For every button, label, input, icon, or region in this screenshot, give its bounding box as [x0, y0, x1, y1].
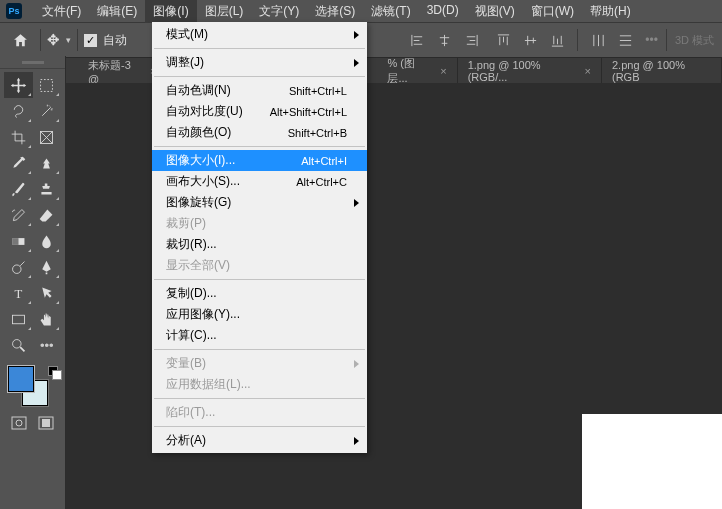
app-logo: Ps: [6, 3, 22, 19]
align-bottom-button[interactable]: [545, 29, 569, 51]
clone-stamp-tool[interactable]: [33, 176, 62, 202]
align-group-1: [405, 29, 483, 51]
close-icon[interactable]: ×: [440, 65, 446, 77]
menu-bar: Ps 文件(F)编辑(E)图像(I)图层(L)文字(Y)选择(S)滤镜(T)3D…: [0, 0, 722, 22]
gradient-tool[interactable]: [4, 228, 33, 254]
svg-point-9: [16, 420, 22, 426]
image-menu-dropdown: 模式(M)调整(J)自动色调(N)Shift+Ctrl+L自动对比度(U)Alt…: [152, 22, 367, 453]
menu-1[interactable]: 编辑(E): [89, 0, 145, 23]
align-top-button[interactable]: [491, 29, 515, 51]
menu-item: 显示全部(V): [152, 255, 367, 276]
menu-item[interactable]: 调整(J): [152, 52, 367, 73]
menu-item[interactable]: 裁切(R)...: [152, 234, 367, 255]
screen-mode-button[interactable]: [36, 414, 56, 432]
blur-tool[interactable]: [33, 228, 62, 254]
default-colors-icon[interactable]: [48, 366, 62, 380]
history-brush-tool[interactable]: [4, 202, 33, 228]
hand-tool[interactable]: [33, 306, 62, 332]
menu-item[interactable]: 图像旋转(G): [152, 192, 367, 213]
toolbox: T •••: [0, 56, 66, 509]
svg-text:T: T: [14, 286, 22, 300]
quick-mask-button[interactable]: [9, 414, 29, 432]
svg-rect-0: [41, 79, 53, 91]
marquee-tool[interactable]: [33, 72, 62, 98]
menu-2[interactable]: 图像(I): [145, 0, 196, 23]
menu-9[interactable]: 窗口(W): [523, 0, 582, 23]
tab-3[interactable]: 2.png @ 100%(RGB: [602, 58, 722, 84]
menu-5[interactable]: 选择(S): [307, 0, 363, 23]
edit-toolbar-button[interactable]: •••: [33, 332, 62, 358]
rectangle-tool[interactable]: [4, 306, 33, 332]
menu-item[interactable]: 分析(A): [152, 430, 367, 451]
healing-tool[interactable]: [33, 150, 62, 176]
eraser-tool[interactable]: [33, 202, 62, 228]
menu-item[interactable]: 复制(D)...: [152, 283, 367, 304]
menu-4[interactable]: 文字(Y): [251, 0, 307, 23]
menu-item[interactable]: 计算(C)...: [152, 325, 367, 346]
menu-item[interactable]: 自动对比度(U)Alt+Shift+Ctrl+L: [152, 101, 367, 122]
zoom-tool[interactable]: [4, 332, 33, 358]
svg-point-4: [12, 264, 20, 273]
menu-0[interactable]: 文件(F): [34, 0, 89, 23]
distribute-v-button[interactable]: [613, 29, 637, 51]
distribute-group: [586, 29, 637, 51]
menu-item: 裁剪(P): [152, 213, 367, 234]
move-tool[interactable]: [4, 72, 33, 98]
align-right-button[interactable]: [459, 29, 483, 51]
svg-point-7: [12, 339, 20, 348]
path-selection-tool[interactable]: [33, 280, 62, 306]
frame-tool[interactable]: [33, 124, 62, 150]
svg-rect-11: [42, 419, 50, 427]
auto-select-checkbox[interactable]: ✓: [84, 34, 97, 47]
document-canvas[interactable]: [582, 414, 722, 509]
menu-item[interactable]: 自动色调(N)Shift+Ctrl+L: [152, 80, 367, 101]
mode-3d-label: 3D 模式: [675, 33, 714, 48]
distribute-h-button[interactable]: [586, 29, 610, 51]
tab-1[interactable]: % (图层...×: [377, 58, 457, 84]
magic-wand-tool[interactable]: [33, 98, 62, 124]
eyedropper-tool[interactable]: [4, 150, 33, 176]
menu-10[interactable]: 帮助(H): [582, 0, 639, 23]
align-group-2: [491, 29, 569, 51]
align-middle-button[interactable]: [518, 29, 542, 51]
svg-rect-3: [12, 238, 18, 245]
menu-8[interactable]: 视图(V): [467, 0, 523, 23]
brush-tool[interactable]: [4, 176, 33, 202]
menu-item[interactable]: 自动颜色(O)Shift+Ctrl+B: [152, 122, 367, 143]
svg-rect-6: [12, 315, 24, 324]
tab-2[interactable]: 1.png @ 100%(RGB/...×: [458, 58, 602, 84]
menu-3[interactable]: 图层(L): [197, 0, 252, 23]
align-left-button[interactable]: [405, 29, 429, 51]
type-tool[interactable]: T: [4, 280, 33, 306]
menu-item: 应用数据组(L)...: [152, 374, 367, 395]
menu-item[interactable]: 应用图像(Y)...: [152, 304, 367, 325]
foreground-color[interactable]: [8, 366, 34, 392]
menu-item[interactable]: 画布大小(S)...Alt+Ctrl+C: [152, 171, 367, 192]
pen-tool[interactable]: [33, 254, 62, 280]
svg-rect-8: [12, 417, 26, 429]
menu-item: 变量(B): [152, 353, 367, 374]
menu-item[interactable]: 图像大小(I)...Alt+Ctrl+I: [152, 150, 367, 171]
home-button[interactable]: [6, 28, 34, 52]
more-options-button[interactable]: •••: [645, 33, 658, 47]
menu-item: 陷印(T)...: [152, 402, 367, 423]
move-tool-icon[interactable]: ✥: [47, 31, 60, 49]
menu-item[interactable]: 模式(M): [152, 24, 367, 45]
menu-7[interactable]: 3D(D): [419, 0, 467, 23]
chevron-down-icon[interactable]: ▾: [66, 35, 71, 45]
menu-6[interactable]: 滤镜(T): [363, 0, 418, 23]
close-icon[interactable]: ×: [585, 65, 591, 77]
lasso-tool[interactable]: [4, 98, 33, 124]
auto-select-label: 自动: [103, 32, 127, 49]
color-swatches[interactable]: [0, 364, 65, 410]
dodge-tool[interactable]: [4, 254, 33, 280]
align-center-h-button[interactable]: [432, 29, 456, 51]
crop-tool[interactable]: [4, 124, 33, 150]
